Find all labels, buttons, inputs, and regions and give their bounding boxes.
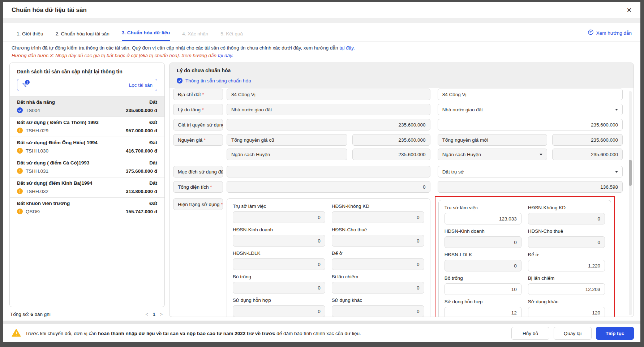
asset-name: Đất nhà đa năng	[17, 99, 55, 105]
filter-assets-button[interactable]: 1 Lọc tài sản	[17, 79, 157, 91]
new-usage-value: 0	[528, 236, 605, 248]
asset-amount: 375.600.000 đ	[126, 168, 157, 174]
tab-gioi-thieu[interactable]: 1. Giới thiệu	[17, 31, 43, 41]
pagination: < 1 >	[145, 312, 163, 317]
new-usage-input[interactable]: 10	[445, 283, 521, 295]
asset-code: TSHH.031	[26, 168, 48, 174]
chevron-down-icon	[615, 171, 618, 173]
asset-list-item[interactable]: Đất khuôn viên trườngĐất QSDĐ155.747.000…	[10, 197, 164, 218]
asset-list-item[interactable]: Đất sử dụng( điểm Kinh Ba)1994Đất TSHH.0…	[10, 177, 164, 197]
filter-assets-label: Lọc tài sản	[129, 82, 153, 88]
instruction-line-1: Chương trình đã tự động kiểm tra thông t…	[12, 45, 632, 51]
view-guide-link[interactable]: Xem hướng dẫn	[588, 29, 632, 41]
new-usage-input[interactable]: 120	[528, 307, 605, 317]
instruction-line-2: Hướng dẫn bước 3: Nhập đầy đủ các giá tr…	[12, 53, 632, 58]
pagination-prev[interactable]: <	[145, 312, 148, 317]
new-usage-input[interactable]: 123.033	[445, 213, 521, 224]
asset-code: TSHH.032	[26, 189, 48, 194]
old-usage-value: 0	[332, 282, 424, 294]
warning-circle-icon	[17, 148, 23, 154]
new-usage-input[interactable]: 12	[445, 307, 521, 317]
warning-circle-icon	[17, 128, 23, 133]
form-scroll-area[interactable]: Địa chỉ đất 84 Công Vị 84 Công Vị Lý do …	[169, 88, 634, 317]
pagination-page-1[interactable]: 1	[153, 312, 155, 317]
new-value-ly-do-tang-select[interactable]: Nhà nước giao đất	[438, 104, 623, 115]
asset-list-item[interactable]: Đất sử dụng ( điểm Cả Cỏ)1993Đất TSHH.03…	[10, 157, 164, 177]
usage-label: HĐSN-LDLK	[233, 250, 325, 256]
standardize-asset-modal: Chuẩn hóa dữ liệu tài sản ✕ 1. Giới thiệ…	[3, 2, 640, 342]
tab-chuan-hoa-du-lieu[interactable]: 3. Chuẩn hóa dữ liệu	[122, 30, 170, 41]
old-usage-value: 0	[332, 305, 424, 317]
asset-list-item[interactable]: Đất sử dụng ( Điểm Cả Thơm) 1993Đất TSHH…	[10, 116, 164, 137]
asset-amount: 416.700.000 đ	[126, 148, 157, 154]
close-icon[interactable]: ✕	[627, 7, 632, 13]
old-nguyen-gia-name: Tổng nguyên giá cũ	[227, 134, 347, 146]
footer-separator	[3, 321, 640, 324]
pagination-next[interactable]: >	[160, 312, 163, 317]
new-usage-value: 0	[445, 236, 521, 248]
tab-chuan-hoa-loai-tai-san[interactable]: 2. Chuẩn hóa loại tài sản	[55, 31, 109, 41]
standardize-panel: Lý do chưa chuẩn hóa Thông tin sẵn sàng …	[169, 63, 634, 317]
row-nguyen-gia: Nguyên giá Tổng nguyên giá cũ 235.600.00…	[173, 134, 623, 160]
usage-label: Trụ sở làm việc	[445, 205, 521, 210]
old-budget-name: Ngân sách Huyện	[227, 149, 347, 160]
tab-xac-nhan: 4. Xác nhận	[182, 31, 208, 41]
new-usage-value: 0	[445, 260, 521, 271]
new-usage-grid: Trụ sở làm việc123.033 HĐSN-Không KD0 HĐ…	[438, 200, 611, 317]
usage-label: Bỏ trống	[445, 275, 521, 281]
modal-titlebar: Chuẩn hóa dữ liệu tài sản ✕	[3, 2, 640, 18]
usage-label: Sử dụng khác	[528, 299, 605, 304]
instruction-1-link[interactable]: tại đây.	[339, 45, 355, 51]
new-nguyen-gia-value: 235.600.000	[552, 134, 623, 146]
old-usage-value: 0	[332, 235, 424, 247]
asset-amount: 313.800.000 đ	[126, 189, 157, 194]
usage-label: Sử dụng hỗn hợp	[233, 297, 325, 303]
modal-title: Chuẩn hóa dữ liệu tài sản	[12, 7, 87, 14]
usage-label: Sử dụng khác	[332, 297, 424, 303]
new-value-dia-chi-dat-input[interactable]: 84 Công Vị	[438, 89, 623, 100]
asset-name: Đất sử dụng ( Điểm Cả Thơm) 1993	[17, 120, 99, 125]
asset-list-item[interactable]: Đất nhà đa năngĐất TS004235.600.000 đ	[10, 96, 164, 116]
instruction-2-link[interactable]: tại đây.	[218, 53, 233, 58]
vertical-scrollbar[interactable]	[629, 91, 632, 315]
back-button[interactable]: Quay lại	[554, 327, 592, 340]
cancel-button[interactable]: Hủy bỏ	[511, 327, 549, 340]
asset-name: Đất khuôn viên trường	[17, 201, 70, 206]
asset-code: TS004	[26, 108, 40, 113]
usage-label: HĐSN-Không KD	[332, 204, 424, 209]
tab-ket-qua: 5. Kết quả	[220, 31, 243, 41]
old-value-muc-dich	[227, 166, 430, 177]
continue-button[interactable]: Tiếp tục	[596, 327, 634, 340]
asset-list-item[interactable]: Đất sử dụng( Điểm Ông Hiếu) 1994Đất TSHH…	[10, 137, 164, 157]
new-value-muc-dich-select[interactable]: Đất trụ sở	[438, 166, 623, 177]
new-usage-input[interactable]: 1.220	[528, 260, 605, 271]
usage-label: Để ở	[332, 250, 424, 256]
new-budget-select[interactable]: Ngân sách Huyện	[438, 149, 547, 160]
row-muc-dich: Mục đích sử dụng đất Đất trụ sở	[173, 166, 623, 177]
footer-bar: Trước khi chuyển đổi, đơn vị cần hoàn th…	[3, 324, 640, 342]
new-value-gia-tri-qsdd-input[interactable]: 235.600.000	[438, 119, 623, 130]
new-value-tong-dien-tich: 136.598	[438, 181, 623, 193]
row-hien-trang: Hiện trạng sử dụng Trụ sở làm việc0 HĐSN…	[173, 198, 623, 317]
asset-code: TSHH.030	[26, 148, 48, 154]
total-records: Tổng số: 6 bản ghi	[10, 312, 51, 317]
asset-amount: 957.000.000 đ	[126, 128, 157, 133]
warning-circle-icon	[17, 168, 23, 174]
usage-label: Sử dụng hỗn hợp	[445, 299, 521, 304]
field-label: Nguyên giá	[178, 137, 206, 143]
asset-amount: 155.747.000 đ	[126, 209, 157, 214]
usage-label: HĐSN-Kinh doanh	[445, 228, 521, 234]
asset-name: Đất sử dụng( điểm Kinh Ba)1994	[17, 180, 93, 186]
footer-warning: Trước khi chuyển đổi, đơn vị cần hoàn th…	[12, 329, 361, 338]
usage-label: HĐSN-LDLK	[445, 252, 521, 257]
usage-label: Trụ sở làm việc	[233, 204, 325, 209]
usage-label: HĐSN-Cho thuê	[528, 228, 605, 234]
old-value-dia-chi-dat: 84 Công Vị	[227, 89, 430, 100]
new-usage-input[interactable]: 12.203	[528, 283, 605, 295]
row-tong-dien-tich: Tổng diện tích 0 136.598	[173, 181, 623, 193]
new-nguyen-gia-name: Tổng nguyên giá mới	[438, 134, 547, 146]
chevron-down-icon	[540, 154, 542, 155]
scrollbar-thumb[interactable]	[629, 160, 632, 186]
old-value-tong-dien-tich: 0	[227, 181, 430, 193]
footer-buttons: Hủy bỏ Quay lại Tiếp tục	[511, 327, 634, 340]
